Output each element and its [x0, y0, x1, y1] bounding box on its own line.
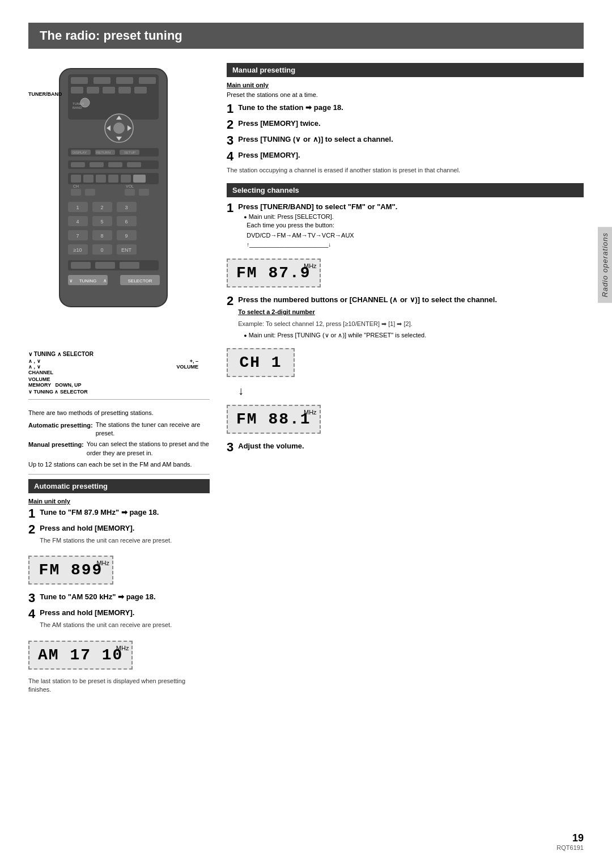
intro-text: There are two methods of presetting stat…	[28, 408, 210, 469]
page-code: RQT6191	[556, 844, 584, 851]
auto-footer-note: The last station to be preset is display…	[28, 677, 210, 695]
svg-text:∨: ∨	[69, 278, 73, 283]
fm2-display-box: FM 88.1 MHz	[227, 405, 321, 434]
label-channel-vol: ∧ , ∨ ∧ , ∨ CHANNEL	[28, 358, 53, 375]
svg-rect-25	[108, 162, 122, 167]
am-display-box: AM 17 10 MHz	[28, 641, 133, 670]
select-step1-indent: Each time you press the button:	[246, 221, 397, 230]
svg-text:1: 1	[76, 205, 79, 210]
svg-rect-35	[85, 189, 95, 196]
page-title-bar: The radio: preset tuning	[28, 23, 584, 49]
svg-text:BAND: BAND	[73, 106, 82, 109]
svg-rect-26	[127, 162, 141, 167]
auto-text: The stations the tuner can receive are p…	[96, 421, 210, 438]
label-tuner-band: TUNER/BAND	[28, 91, 62, 98]
svg-rect-2	[71, 77, 88, 84]
label-memory-down-up: VOLUME MEMORY DOWN, UP	[28, 376, 210, 388]
auto-fm-display-area: FM 899 MHz	[28, 551, 210, 589]
manual-step4: 4 Press [MEMORY].	[227, 150, 584, 163]
svg-rect-24	[90, 162, 104, 167]
digit-note-header: To select a 2-digit number	[238, 308, 497, 316]
remote-bottom-labels: ∨ TUNING ∧ SELECTOR	[28, 351, 198, 357]
manual-step1: 1 Tune to the station ➡ page 18.	[227, 103, 584, 115]
svg-text:3: 3	[125, 205, 128, 210]
manual-presetting-section: Manual presetting Main unit only Preset …	[227, 63, 584, 175]
automatic-presetting-header: Automatic presetting	[28, 479, 210, 493]
sidebar-text: Radio operations	[598, 227, 612, 303]
select-ch-display-area: CH 1	[227, 344, 584, 382]
svg-text:9: 9	[125, 233, 128, 239]
svg-text:DISPLAY: DISPLAY	[73, 151, 87, 154]
svg-rect-6	[71, 87, 83, 94]
svg-text:≥10: ≥10	[74, 247, 82, 253]
auto-sub-label: Main unit only	[28, 498, 210, 505]
svg-rect-37	[139, 189, 149, 196]
svg-rect-33	[133, 175, 146, 183]
manual-label: Manual presetting:	[28, 440, 84, 458]
flow-diagram: DVD/CD→FM→AM→TV→VCR→AUX ↑_______________…	[246, 231, 397, 249]
auto-am-display-area: AM 17 10 MHz	[28, 636, 210, 674]
label-tuning-selector: ∨ TUNING ∧ SELECTOR	[28, 389, 210, 395]
remote-side-labels: ∧ , ∨ ∧ , ∨ CHANNEL +, – VOLUME	[28, 358, 198, 375]
svg-rect-66	[95, 262, 115, 269]
svg-rect-36	[125, 189, 135, 196]
manual-sub-text: Preset the stations one at a time.	[227, 91, 584, 98]
svg-text:RETURN: RETURN	[96, 151, 110, 154]
svg-rect-31	[108, 175, 118, 183]
svg-rect-67	[120, 262, 139, 269]
auto-label: Automatic presetting:	[28, 421, 93, 438]
svg-point-13	[113, 122, 125, 134]
ch-display-box: CH 1	[227, 348, 295, 377]
auto-step3: 3 Tune to "AM 520 kHz" ➡ page 18.	[28, 592, 210, 604]
remote-svg: CH VOL 1 2	[28, 63, 198, 346]
manual-note: The station occupying a channel is erase…	[227, 166, 584, 175]
select-step2: 2 Press the numbered buttons or [CHANNEL…	[227, 295, 584, 340]
svg-text:TUNING: TUNING	[79, 278, 97, 283]
svg-text:6: 6	[125, 219, 128, 225]
page-footer: 19 RQT6191	[556, 832, 584, 851]
manual-sub-label: Main unit only	[227, 82, 584, 88]
svg-text:8: 8	[100, 233, 103, 239]
svg-rect-10	[134, 87, 147, 94]
select-fm-display-area: FM 87.9 MHz	[227, 254, 584, 292]
select-step2-bullet: Main unit: Press [TUNING (∨ or ∧)] while…	[244, 331, 497, 340]
manual-step2: 2 Press [MEMORY] twice.	[227, 118, 584, 131]
auto-step1: 1 Tune to "FM 87.9 MHz" ➡ page 18.	[28, 507, 210, 520]
svg-text:4: 4	[76, 219, 79, 225]
svg-rect-65	[71, 262, 91, 269]
svg-text:5: 5	[100, 219, 103, 225]
svg-text:VOL: VOL	[126, 184, 134, 188]
label-tuning: ∨ TUNING ∧ SELECTOR	[28, 351, 94, 357]
svg-rect-5	[139, 77, 156, 84]
page-title: The radio: preset tuning	[40, 28, 572, 43]
auto-step4: 4 Press and hold [MEMORY]. The AM statio…	[28, 608, 210, 633]
svg-text:∧: ∧	[103, 278, 107, 283]
page-number: 19	[556, 832, 584, 844]
svg-rect-9	[118, 87, 131, 94]
svg-text:CH: CH	[73, 184, 79, 188]
svg-rect-23	[71, 162, 85, 167]
manual-step3: 3 Press [TUNING (∨ or ∧)] to select a ch…	[227, 134, 584, 147]
right-column: Manual presetting Main unit only Preset …	[227, 63, 584, 703]
manual-text: You can select the stations to preset an…	[87, 440, 210, 458]
selecting-channels-section: Selecting channels 1 Press [TUNER/BAND] …	[227, 183, 584, 453]
svg-rect-8	[103, 87, 115, 94]
svg-rect-4	[116, 77, 133, 84]
svg-text:SETUP: SETUP	[124, 151, 135, 154]
select-fm-display-box: FM 87.9 MHz	[227, 259, 321, 287]
fm-display-box: FM 899 MHz	[28, 556, 113, 585]
svg-text:ENT: ENT	[121, 247, 132, 253]
arrow-down: ↓	[238, 384, 584, 397]
main-layout: CH VOL 1 2	[28, 63, 584, 703]
auto-step2: 2 Press and hold [MEMORY]. The FM statio…	[28, 523, 210, 548]
label-volume: +, – VOLUME	[176, 358, 198, 375]
svg-text:7: 7	[76, 233, 79, 239]
svg-rect-34	[71, 189, 81, 196]
select-step1: 1 Press [TUNER/BAND] to select "FM" or "…	[227, 202, 584, 251]
svg-rect-28	[71, 175, 81, 183]
svg-rect-29	[83, 175, 94, 183]
svg-text:SELECTOR: SELECTOR	[128, 278, 152, 283]
select-step1-bullet: Main unit: Press [SELECTOR].	[244, 213, 397, 221]
svg-rect-32	[121, 175, 131, 183]
manual-presetting-header: Manual presetting	[227, 63, 584, 77]
